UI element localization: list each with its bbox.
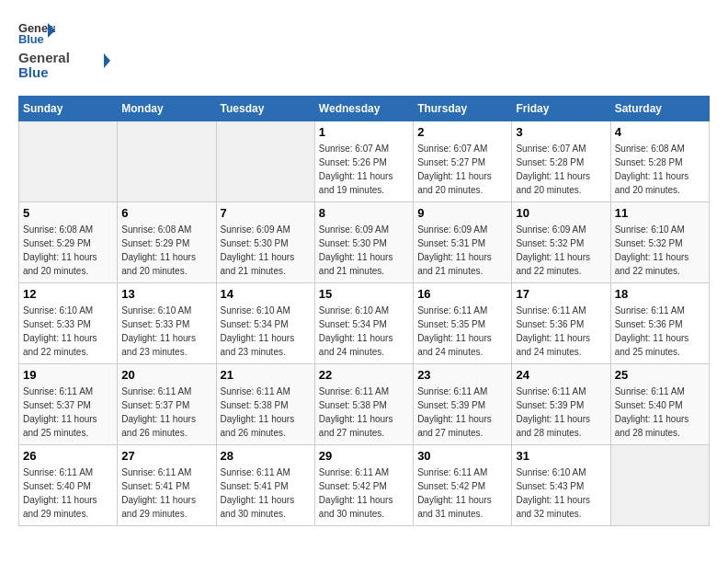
day-number: 11: [615, 206, 705, 220]
day-number: 12: [23, 287, 113, 301]
day-info: Sunrise: 6:11 AM Sunset: 5:39 PM Dayligh…: [417, 385, 507, 440]
day-cell: 1Sunrise: 6:07 AM Sunset: 5:26 PM Daylig…: [314, 121, 413, 202]
week-row-5: 26Sunrise: 6:11 AM Sunset: 5:40 PM Dayli…: [19, 445, 710, 526]
day-cell: 5Sunrise: 6:08 AM Sunset: 5:29 PM Daylig…: [19, 202, 118, 283]
day-info: Sunrise: 6:11 AM Sunset: 5:36 PM Dayligh…: [615, 304, 705, 359]
day-info: Sunrise: 6:08 AM Sunset: 5:29 PM Dayligh…: [23, 223, 113, 278]
day-number: 29: [319, 449, 409, 463]
day-info: Sunrise: 6:11 AM Sunset: 5:41 PM Dayligh…: [221, 465, 311, 521]
header-row: SundayMondayTuesdayWednesdayThursdayFrid…: [19, 97, 710, 121]
day-info: Sunrise: 6:11 AM Sunset: 5:38 PM Dayligh…: [221, 385, 311, 440]
day-cell: 29Sunrise: 6:11 AM Sunset: 5:42 PM Dayli…: [314, 445, 413, 526]
day-cell: 12Sunrise: 6:10 AM Sunset: 5:33 PM Dayli…: [19, 283, 118, 364]
day-info: Sunrise: 6:10 AM Sunset: 5:33 PM Dayligh…: [121, 304, 211, 359]
day-cell: 20Sunrise: 6:11 AM Sunset: 5:37 PM Dayli…: [118, 364, 216, 445]
day-number: 18: [615, 287, 705, 301]
day-info: Sunrise: 6:10 AM Sunset: 5:34 PM Dayligh…: [319, 304, 409, 359]
day-cell: [610, 445, 709, 526]
day-info: Sunrise: 6:11 AM Sunset: 5:39 PM Dayligh…: [516, 385, 606, 440]
day-info: Sunrise: 6:10 AM Sunset: 5:34 PM Dayligh…: [221, 304, 311, 359]
day-info: Sunrise: 6:10 AM Sunset: 5:33 PM Dayligh…: [23, 304, 113, 359]
week-row-1: 1Sunrise: 6:07 AM Sunset: 5:26 PM Daylig…: [19, 121, 710, 202]
day-info: Sunrise: 6:11 AM Sunset: 5:40 PM Dayligh…: [615, 385, 705, 440]
day-info: Sunrise: 6:09 AM Sunset: 5:31 PM Dayligh…: [417, 223, 507, 278]
header-friday: Friday: [512, 97, 610, 121]
svg-text:Blue: Blue: [18, 64, 49, 80]
day-info: Sunrise: 6:11 AM Sunset: 5:42 PM Dayligh…: [417, 465, 507, 521]
day-cell: 9Sunrise: 6:09 AM Sunset: 5:31 PM Daylig…: [414, 202, 512, 283]
logo-icon: General Blue: [18, 18, 55, 46]
day-number: 6: [121, 206, 211, 220]
day-number: 24: [516, 368, 606, 382]
day-info: Sunrise: 6:11 AM Sunset: 5:35 PM Dayligh…: [417, 304, 507, 359]
day-info: Sunrise: 6:07 AM Sunset: 5:27 PM Dayligh…: [417, 142, 507, 197]
day-info: Sunrise: 6:11 AM Sunset: 5:37 PM Dayligh…: [23, 385, 113, 440]
day-cell: 14Sunrise: 6:10 AM Sunset: 5:34 PM Dayli…: [216, 283, 314, 364]
day-info: Sunrise: 6:11 AM Sunset: 5:40 PM Dayligh…: [23, 465, 113, 521]
day-cell: 10Sunrise: 6:09 AM Sunset: 5:32 PM Dayli…: [512, 202, 610, 283]
week-row-4: 19Sunrise: 6:11 AM Sunset: 5:37 PM Dayli…: [19, 364, 710, 445]
logo-svg: General Blue: [18, 46, 110, 81]
day-cell: 8Sunrise: 6:09 AM Sunset: 5:30 PM Daylig…: [314, 202, 413, 283]
day-cell: 17Sunrise: 6:11 AM Sunset: 5:36 PM Dayli…: [512, 283, 610, 364]
day-number: 5: [23, 206, 113, 220]
day-info: Sunrise: 6:07 AM Sunset: 5:26 PM Dayligh…: [319, 142, 409, 197]
day-number: 10: [516, 206, 606, 220]
day-info: Sunrise: 6:11 AM Sunset: 5:37 PM Dayligh…: [121, 385, 211, 440]
svg-text:Blue: Blue: [18, 32, 44, 46]
day-info: Sunrise: 6:11 AM Sunset: 5:36 PM Dayligh…: [516, 304, 606, 359]
header-saturday: Saturday: [610, 97, 709, 121]
day-cell: 23Sunrise: 6:11 AM Sunset: 5:39 PM Dayli…: [414, 364, 512, 445]
day-number: 2: [417, 125, 507, 139]
header-thursday: Thursday: [414, 97, 512, 121]
calendar-table: SundayMondayTuesdayWednesdayThursdayFrid…: [18, 96, 710, 526]
day-number: 4: [615, 125, 705, 139]
day-cell: 3Sunrise: 6:07 AM Sunset: 5:28 PM Daylig…: [512, 121, 610, 202]
day-number: 15: [319, 287, 409, 301]
day-cell: 2Sunrise: 6:07 AM Sunset: 5:27 PM Daylig…: [414, 121, 512, 202]
header-sunday: Sunday: [19, 97, 118, 121]
header-wednesday: Wednesday: [314, 97, 413, 121]
day-info: Sunrise: 6:10 AM Sunset: 5:32 PM Dayligh…: [615, 223, 705, 278]
day-cell: 30Sunrise: 6:11 AM Sunset: 5:42 PM Dayli…: [414, 445, 512, 526]
day-info: Sunrise: 6:11 AM Sunset: 5:42 PM Dayligh…: [319, 465, 409, 521]
day-cell: 27Sunrise: 6:11 AM Sunset: 5:41 PM Dayli…: [118, 445, 216, 526]
day-cell: 28Sunrise: 6:11 AM Sunset: 5:41 PM Dayli…: [216, 445, 314, 526]
day-info: Sunrise: 6:07 AM Sunset: 5:28 PM Dayligh…: [516, 142, 606, 197]
day-number: 1: [319, 125, 409, 139]
day-number: 3: [516, 125, 606, 139]
day-cell: [118, 121, 216, 202]
day-number: 16: [417, 287, 507, 301]
day-info: Sunrise: 6:09 AM Sunset: 5:30 PM Dayligh…: [221, 223, 311, 278]
day-number: 8: [319, 206, 409, 220]
day-number: 25: [615, 368, 705, 382]
day-info: Sunrise: 6:11 AM Sunset: 5:41 PM Dayligh…: [121, 465, 211, 521]
week-row-2: 5Sunrise: 6:08 AM Sunset: 5:29 PM Daylig…: [19, 202, 710, 283]
day-cell: 31Sunrise: 6:10 AM Sunset: 5:43 PM Dayli…: [512, 445, 610, 526]
day-cell: 18Sunrise: 6:11 AM Sunset: 5:36 PM Dayli…: [610, 283, 709, 364]
week-row-3: 12Sunrise: 6:10 AM Sunset: 5:33 PM Dayli…: [19, 283, 710, 364]
page-header: General Blue General Blue: [18, 18, 710, 81]
day-number: 30: [417, 449, 507, 463]
day-info: Sunrise: 6:09 AM Sunset: 5:30 PM Dayligh…: [319, 223, 409, 278]
day-cell: 26Sunrise: 6:11 AM Sunset: 5:40 PM Dayli…: [19, 445, 118, 526]
day-info: Sunrise: 6:11 AM Sunset: 5:38 PM Dayligh…: [319, 385, 409, 440]
day-number: 19: [23, 368, 113, 382]
day-cell: [19, 121, 118, 202]
day-cell: 25Sunrise: 6:11 AM Sunset: 5:40 PM Dayli…: [610, 364, 709, 445]
day-info: Sunrise: 6:10 AM Sunset: 5:43 PM Dayligh…: [516, 465, 606, 521]
day-number: 13: [121, 287, 211, 301]
logo: General Blue General Blue: [18, 18, 110, 81]
day-cell: 11Sunrise: 6:10 AM Sunset: 5:32 PM Dayli…: [610, 202, 709, 283]
day-cell: 21Sunrise: 6:11 AM Sunset: 5:38 PM Dayli…: [216, 364, 314, 445]
day-number: 27: [121, 449, 211, 463]
day-number: 17: [516, 287, 606, 301]
day-number: 28: [221, 449, 311, 463]
svg-marker-5: [104, 53, 110, 68]
day-info: Sunrise: 6:08 AM Sunset: 5:28 PM Dayligh…: [615, 142, 705, 197]
day-info: Sunrise: 6:08 AM Sunset: 5:29 PM Dayligh…: [121, 223, 211, 278]
day-number: 22: [319, 368, 409, 382]
day-number: 9: [417, 206, 507, 220]
day-info: Sunrise: 6:09 AM Sunset: 5:32 PM Dayligh…: [516, 223, 606, 278]
day-number: 14: [221, 287, 311, 301]
